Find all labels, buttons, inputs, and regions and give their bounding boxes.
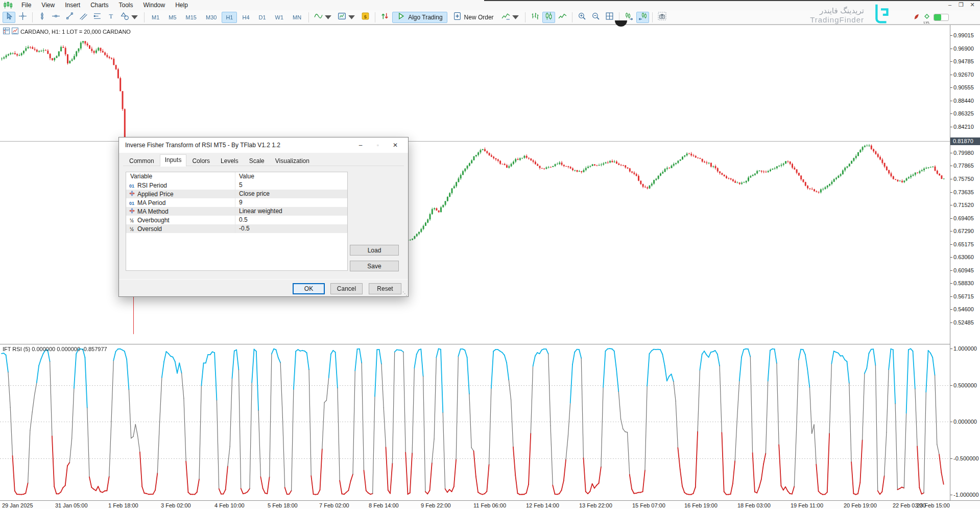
quotes-chart-button[interactable] (499, 12, 522, 23)
equidistant-channel-icon (79, 12, 88, 22)
currency-button[interactable]: $ (359, 12, 372, 23)
tile-windows-button[interactable] (603, 12, 616, 23)
param-row-overbought[interactable]: ½ Overbought 0.5 (126, 216, 347, 224)
menu-insert[interactable]: Insert (60, 2, 85, 9)
shapes-button[interactable] (118, 12, 141, 23)
zoom-in-button[interactable] (576, 12, 588, 23)
dialog-maximize-button[interactable]: ▫ (369, 142, 387, 149)
load-button[interactable]: Load (350, 245, 399, 256)
cursor-button[interactable] (3, 12, 15, 23)
line-chart-button[interactable] (556, 12, 569, 23)
timeframe-h4-button[interactable]: H4 (238, 12, 253, 23)
price-tick: 0.94785 (953, 59, 974, 64)
timeframe-w1-button[interactable]: W1 (271, 12, 288, 23)
time-axis[interactable]: 29 Jan 202531 Jan 05:001 Feb 18:003 Feb … (0, 500, 980, 509)
timeframe-m30-button[interactable]: M30 (202, 12, 221, 23)
fibonacci-button[interactable] (91, 12, 104, 23)
param-value[interactable]: Close price (235, 190, 347, 198)
tab-visualization[interactable]: Visualization (270, 155, 315, 167)
pane-separator[interactable] (0, 344, 980, 344)
param-value[interactable]: Linear weighted (235, 207, 347, 216)
zoom-out-button[interactable] (589, 12, 602, 23)
dialog-close-button[interactable]: ✕ (387, 142, 404, 149)
param-row-ma-method[interactable]: MA Method Linear weighted (126, 207, 347, 216)
param-value[interactable]: -0.5 (235, 224, 347, 233)
tab-inputs[interactable]: Inputs (160, 154, 187, 167)
text-label-button[interactable]: T (105, 12, 117, 23)
menu-charts[interactable]: Charts (85, 2, 113, 9)
tab-common[interactable]: Common (124, 155, 159, 167)
bars-chart-button[interactable] (529, 12, 541, 23)
param-row-applied-price[interactable]: Applied Price Close price (126, 190, 347, 198)
menu-tools[interactable]: Tools (114, 2, 138, 9)
dialog-controls: –▫✕ (352, 142, 404, 149)
timeframe-mn-button[interactable]: MN (289, 12, 305, 23)
trendline-icon (65, 12, 74, 22)
menu-view[interactable]: View (36, 2, 60, 9)
screenshot-icon (658, 12, 666, 22)
ok-button[interactable]: OK (293, 283, 325, 294)
time-tick: 7 Feb 02:00 (319, 502, 349, 508)
tab-scale[interactable]: Scale (244, 155, 270, 167)
buy-sell-arrows-button[interactable] (378, 12, 391, 23)
price-tick: 0.73635 (953, 190, 974, 195)
menu-file[interactable]: File (16, 2, 36, 9)
price-tick: 0.86325 (953, 111, 974, 117)
timeframe-d1-button[interactable]: D1 (255, 12, 270, 23)
price-tick: 0.88440 (953, 98, 974, 104)
param-row-ma-period[interactable]: 01 MA Period 9 (126, 198, 347, 207)
time-tick: 23 Feb 15:00 (917, 502, 950, 508)
dialog-minimize-button[interactable]: – (352, 142, 369, 149)
menu-help[interactable]: Help (170, 2, 193, 9)
svg-text:T: T (109, 13, 113, 20)
dialog-title-bar[interactable]: Inverse Fisher Transform of RSI MT5 - By… (119, 137, 408, 153)
save-button[interactable]: Save (350, 261, 399, 271)
timeframe-h1-button[interactable]: H1 (222, 12, 237, 23)
tab-colors[interactable]: Colors (187, 155, 215, 167)
equidistant-channel-button[interactable] (77, 12, 90, 23)
chart-shift-button[interactable] (636, 12, 649, 23)
price-tick: 0.54600 (953, 307, 974, 312)
lvl-indicator: LVL (922, 12, 931, 24)
horizontal-line-button[interactable] (50, 12, 62, 23)
connection-toggle[interactable] (934, 14, 949, 21)
buy-sell-arrows-icon (380, 12, 389, 22)
dialog-tabs: CommonInputsColorsLevelsScaleVisualizati… (124, 155, 315, 167)
toolbar-separator (525, 12, 525, 22)
indicator-settings-dialog: Inverse Fisher Transform of RSI MT5 - By… (118, 137, 409, 297)
param-row-rsi-period[interactable]: 01 RSI Period 5 (126, 181, 347, 190)
toolbar-separator (572, 12, 572, 22)
algo-trading-button[interactable]: Algo Trading (392, 12, 447, 23)
timeframe-m1-button[interactable]: M1 (148, 12, 163, 23)
price-scale[interactable]: 0.81870 0.990150.969000.947850.926700.90… (950, 25, 980, 500)
window-minimize-button[interactable]: – (944, 1, 955, 9)
tab-levels[interactable]: Levels (216, 155, 244, 167)
timeframe-m15-button[interactable]: M15 (182, 12, 201, 23)
indicator-canvas[interactable] (0, 344, 950, 500)
candles-chart-button[interactable] (542, 12, 555, 23)
vertical-line-button[interactable] (36, 12, 49, 23)
param-name: Overbought (137, 217, 235, 224)
trendline-button[interactable] (63, 12, 76, 23)
screenshot-button[interactable] (656, 12, 668, 23)
toolbar-separator (144, 12, 145, 22)
param-value[interactable]: 0.5 (235, 216, 347, 224)
timeframe-m5-button[interactable]: M5 (164, 12, 180, 23)
menu-items: FileViewInsertChartsToolsWindowHelp (16, 0, 193, 10)
menu-window[interactable]: Window (138, 2, 171, 9)
new-order-button[interactable]: New Order (448, 12, 498, 23)
cancel-button[interactable]: Cancel (330, 283, 363, 294)
param-value[interactable]: 9 (235, 198, 347, 207)
window-close-button[interactable]: ✕ (967, 1, 978, 9)
window-restore-button[interactable]: ❐ (955, 1, 967, 9)
param-value[interactable]: 5 (235, 181, 347, 190)
toolbar-separator (652, 12, 653, 22)
crosshair-button[interactable] (16, 12, 29, 23)
reset-button[interactable]: Reset (369, 283, 401, 294)
param-row-oversold[interactable]: ½ Oversold -0.5 (126, 224, 347, 233)
time-tick: 31 Jan 05:00 (55, 502, 88, 508)
indicators-button[interactable] (312, 12, 334, 23)
param-name: MA Period (137, 199, 235, 206)
resize-grip[interactable]: ⋱ (402, 291, 408, 296)
chart-template-button[interactable] (336, 12, 358, 23)
